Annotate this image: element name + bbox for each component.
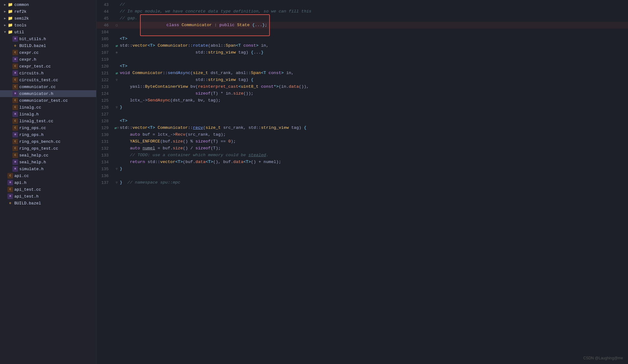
line-content: <T>: [120, 118, 628, 124]
sidebar-item-api-h[interactable]: H api.h: [0, 179, 96, 186]
sidebar-item-common[interactable]: ▶ 📁 common: [0, 1, 96, 8]
sidebar-item-label: seal_help.h: [19, 160, 46, 165]
sidebar-item-communicator-h[interactable]: H communicator.h: [0, 90, 96, 97]
file-explorer[interactable]: ▶ 📁 common ▶ 📁 ref2k ▶ 📁 semi2k ▶ 📁 tool…: [0, 0, 96, 364]
cc-file-icon: C: [12, 118, 18, 124]
sidebar-item-circuits-h[interactable]: H circuits.h: [0, 70, 96, 77]
sidebar-item-cexpr-test-cc[interactable]: C cexpr_test.cc: [0, 63, 96, 70]
sidebar-item-cexpr-cc[interactable]: C cexpr.cc: [0, 49, 96, 56]
sidebar-item-label: cexpr_test.cc: [19, 64, 51, 69]
code-line-130: 130 auto buf = lctx_->Recv(src_rank, tag…: [96, 131, 628, 138]
collapse-icon: ▢: [116, 23, 118, 27]
code-line-126: 126 ▽ }: [96, 104, 628, 111]
sidebar-item-tools[interactable]: ▶ 📁 tools: [0, 22, 96, 29]
sidebar-item-cexpr-h[interactable]: H cexpr.h: [0, 56, 96, 63]
sidebar-item-seal-help-cc[interactable]: C seal_help.cc: [0, 152, 96, 159]
sidebar-item-communicator-test-cc[interactable]: C communicator_test.cc: [0, 97, 96, 104]
sidebar-item-label: circuits.h: [19, 71, 44, 76]
sidebar-item-linalg-h[interactable]: H linalg.h: [0, 111, 96, 118]
line-number: 44: [96, 9, 114, 14]
line-content: <T>: [120, 35, 628, 42]
sidebar-item-label: seal_help.cc: [19, 153, 49, 158]
line-number: 45: [96, 16, 114, 21]
line-gutter: ▽: [114, 78, 120, 82]
sidebar-item-label: api_test.cc: [14, 187, 41, 192]
sidebar-item-label: linalg.h: [19, 112, 39, 117]
sidebar-item-label: BUILD.bazel: [19, 44, 46, 48]
sidebar-item-seal-help-h[interactable]: H seal_help.h: [0, 159, 96, 166]
sidebar-item-ref2k[interactable]: ▶ 📁 ref2k: [0, 8, 96, 15]
line-content: auto buf = lctx_->Recv(src_rank, tag);: [120, 131, 628, 138]
sidebar-item-label: ring_ops_bench.cc: [19, 139, 61, 144]
chevron-right-icon: ▶: [2, 16, 7, 20]
cc-file-icon: C: [12, 105, 18, 110]
sidebar-item-ring-ops-h[interactable]: H ring_ops.h: [0, 131, 96, 138]
code-line-131: 131 YASL_ENFORCE(buf.size() % sizeof(T) …: [96, 138, 628, 145]
sidebar-item-api-cc[interactable]: C api.cc: [0, 172, 96, 179]
line-content: }: [120, 104, 628, 111]
line-number: 137: [96, 180, 114, 185]
folder-icon: 📁: [7, 2, 13, 7]
sidebar-item-util[interactable]: ▼ 📁 util: [0, 29, 96, 35]
sidebar-item-build-bazel[interactable]: ⚙ BUILD.bazel: [0, 42, 96, 49]
sidebar-item-semi2k[interactable]: ▶ 📁 semi2k: [0, 15, 96, 22]
sidebar-item-api-test-h[interactable]: H api_test.h: [0, 193, 96, 200]
collapse-icon: ⊕: [116, 51, 118, 54]
code-line-124: 124 sizeof(T) * in.size());: [96, 90, 628, 97]
sidebar-item-build-bazel-root[interactable]: ⚙ BUILD.bazel: [0, 200, 96, 207]
sidebar-item-ring-ops-test-cc[interactable]: C ring_ops_test.cc: [0, 145, 96, 152]
sidebar-item-label: ring_ops_test.cc: [19, 146, 58, 151]
line-gutter: ⇄: [114, 71, 120, 76]
code-line-135: 135 ▽ }: [96, 166, 628, 172]
sidebar-item-bit-utils-h[interactable]: H bit_utils.h: [0, 35, 96, 42]
sidebar-item-simulate-h[interactable]: H simulate.h: [0, 166, 96, 172]
code-line-119: 119: [96, 56, 628, 63]
sidebar-item-ring-ops-bench-cc[interactable]: C ring_ops_bench.cc: [0, 138, 96, 145]
line-number: 107: [96, 50, 114, 55]
sidebar-item-linalg-test-cc[interactable]: C linalg_test.cc: [0, 118, 96, 124]
sidebar-item-label: linalg_test.cc: [19, 119, 53, 124]
h-file-icon: H: [12, 57, 18, 62]
sidebar-item-communicator-cc[interactable]: C communicator.cc: [0, 83, 96, 90]
line-number: 134: [96, 160, 114, 165]
line-number: 128: [96, 119, 114, 124]
line-content: YASL_ENFORCE(buf.size() % sizeof(T) == 0…: [120, 138, 628, 145]
sidebar-item-label: communicator.h: [19, 91, 53, 96]
sidebar-item-api-test-cc[interactable]: C api_test.cc: [0, 186, 96, 193]
code-line-120: 120 <T>: [96, 63, 628, 70]
sidebar-item-ring-ops-cc[interactable]: C ring_ops.cc: [0, 124, 96, 131]
chevron-right-icon: ▶: [2, 23, 7, 27]
h-file-icon: H: [12, 132, 18, 138]
h-file-icon: H: [12, 91, 18, 96]
line-number: 132: [96, 146, 114, 151]
line-number: 126: [96, 105, 114, 110]
code-line-123: 123 yasl::ByteContainerView bv(reinterpr…: [96, 83, 628, 90]
code-line-137: 137 ▽ } // namespace spu::mpc: [96, 179, 628, 186]
line-number: 43: [96, 2, 114, 7]
code-line-46: 46 ▢ class Communicator : public State {…: [96, 22, 628, 29]
sidebar-item-label: BUILD.bazel: [14, 201, 41, 206]
line-content: lctx_->SendAsync(dst_rank, bv, tag);: [120, 97, 628, 104]
line-number: 124: [96, 91, 114, 96]
sidebar-item-label: cexpr.h: [19, 57, 36, 62]
sidebar-item-circuits-test-cc[interactable]: C circuits_test.cc: [0, 77, 96, 83]
code-line-127: 127: [96, 111, 628, 118]
sidebar-item-label: semi2k: [14, 16, 29, 21]
code-line-128: 128 <T>: [96, 118, 628, 124]
collapse-icon: ▽: [116, 105, 118, 109]
line-number: 121: [96, 71, 114, 76]
bazel-file-icon: ⚙: [7, 200, 13, 206]
sidebar-item-linalg-cc[interactable]: C linalg.cc: [0, 104, 96, 111]
collapse-icon: ▽: [116, 181, 118, 184]
code-editor: 43 // 44 // In mpc module, we have concr…: [96, 0, 628, 364]
line-number: 135: [96, 167, 114, 171]
line-number: 131: [96, 139, 114, 144]
cc-file-icon: C: [12, 98, 18, 103]
line-content: //: [120, 1, 628, 8]
code-line-125: 125 lctx_->SendAsync(dst_rank, bv, tag);: [96, 97, 628, 104]
line-number: 119: [96, 57, 114, 62]
line-content: auto numel = buf.size() / sizeof(T);: [120, 145, 628, 152]
cc-file-icon: C: [12, 146, 18, 151]
line-number: 104: [96, 30, 114, 35]
folder-icon: 📁: [7, 16, 13, 21]
